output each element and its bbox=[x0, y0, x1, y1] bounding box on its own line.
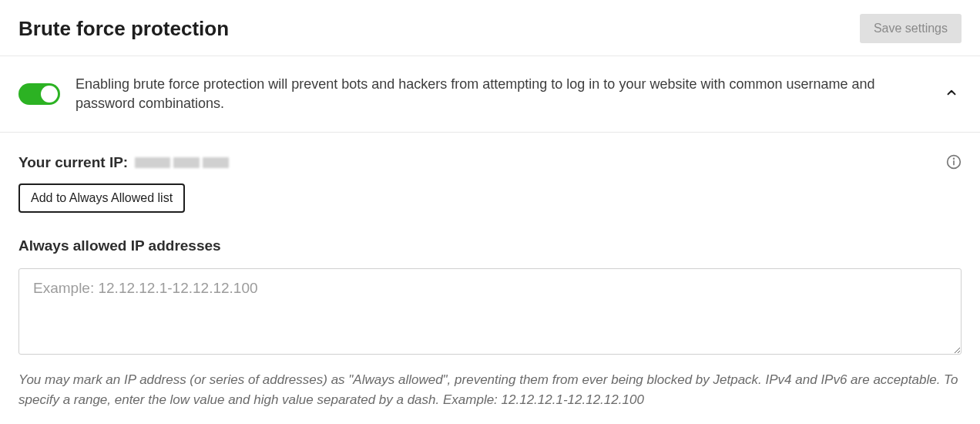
page-title: Brute force protection bbox=[18, 17, 229, 41]
toggle-section: Enabling brute force protection will pre… bbox=[0, 56, 980, 133]
current-ip-value-obscured bbox=[135, 157, 232, 171]
settings-header: Brute force protection Save settings bbox=[0, 0, 980, 56]
brute-force-toggle[interactable] bbox=[18, 83, 60, 105]
toggle-description: Enabling brute force protection will pre… bbox=[76, 75, 926, 113]
info-icon[interactable] bbox=[946, 154, 962, 173]
current-ip-row: Your current IP: bbox=[18, 154, 962, 173]
current-ip-label: Your current IP: bbox=[18, 154, 128, 170]
save-button[interactable]: Save settings bbox=[860, 14, 962, 43]
settings-body: Your current IP: Add to Always Allowed l… bbox=[0, 133, 980, 424]
allowed-ip-textarea[interactable] bbox=[18, 268, 962, 355]
chevron-up-icon[interactable] bbox=[941, 82, 962, 106]
svg-point-2 bbox=[954, 159, 955, 160]
allowed-ip-help-text: You may mark an IP address (or series of… bbox=[18, 370, 962, 409]
add-to-allowed-button[interactable]: Add to Always Allowed list bbox=[18, 183, 185, 213]
allowed-ip-label: Always allowed IP addresses bbox=[18, 237, 962, 254]
toggle-knob bbox=[41, 86, 58, 103]
